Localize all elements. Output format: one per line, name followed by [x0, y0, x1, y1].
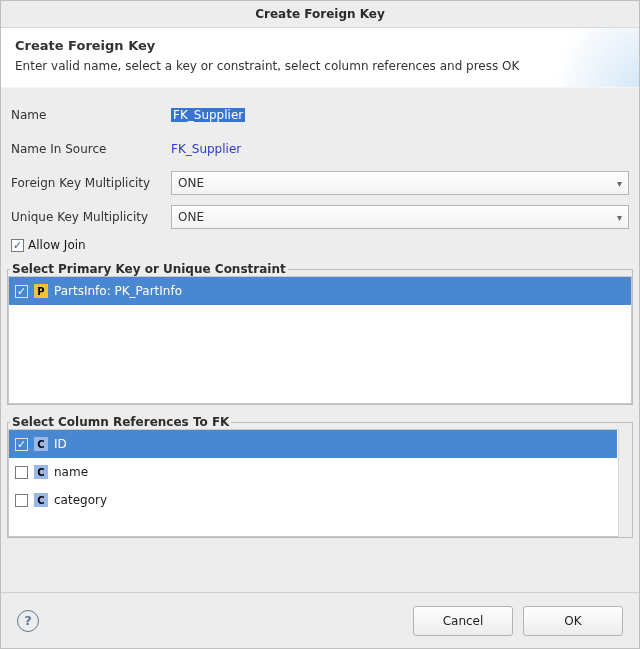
list-item-checkbox[interactable]: [15, 438, 28, 451]
column-refs-legend: Select Column References To FK: [10, 415, 231, 429]
column-refs-list[interactable]: CIDCnameCcategory: [8, 429, 632, 537]
uk-multiplicity-label: Unique Key Multiplicity: [11, 210, 171, 224]
pk-constraint-legend: Select Primary Key or Unique Constraint: [10, 262, 288, 276]
list-item[interactable]: CID: [9, 430, 617, 458]
form-area: Name FK_Supplier Name In Source FK_Suppl…: [1, 88, 639, 258]
chevron-down-icon: ▾: [617, 178, 622, 189]
uk-multiplicity-select[interactable]: ONE ▾: [171, 205, 629, 229]
pk-icon: P: [34, 284, 48, 298]
name-input[interactable]: FK_Supplier: [171, 108, 629, 122]
list-item-label: category: [54, 493, 107, 507]
name-in-source-input[interactable]: FK_Supplier: [171, 142, 629, 156]
allow-join-checkbox[interactable]: [11, 239, 24, 252]
header-description: Enter valid name, select a key or constr…: [15, 59, 625, 73]
allow-join-label: Allow Join: [28, 238, 86, 252]
pk-constraint-list[interactable]: PPartsInfo: PK_PartInfo: [8, 276, 632, 404]
list-item-label: name: [54, 465, 88, 479]
scrollbar[interactable]: [618, 429, 632, 537]
list-item[interactable]: Cname: [9, 458, 617, 486]
fk-multiplicity-label: Foreign Key Multiplicity: [11, 176, 171, 190]
column-icon: C: [34, 437, 48, 451]
name-in-source-label: Name In Source: [11, 142, 171, 156]
chevron-down-icon: ▾: [617, 212, 622, 223]
list-item-checkbox[interactable]: [15, 285, 28, 298]
fk-multiplicity-select[interactable]: ONE ▾: [171, 171, 629, 195]
dialog-header: Create Foreign Key Enter valid name, sel…: [1, 27, 639, 88]
header-title: Create Foreign Key: [15, 38, 625, 53]
list-item-label: ID: [54, 437, 67, 451]
help-icon: ?: [24, 613, 32, 628]
list-item[interactable]: Ccategory: [9, 486, 617, 514]
button-bar: ? Cancel OK: [1, 592, 639, 648]
ok-button[interactable]: OK: [523, 606, 623, 636]
pk-constraint-group: Select Primary Key or Unique Constraint …: [7, 262, 633, 405]
list-item-label: PartsInfo: PK_PartInfo: [54, 284, 182, 298]
list-item-checkbox[interactable]: [15, 494, 28, 507]
list-item[interactable]: PPartsInfo: PK_PartInfo: [9, 277, 631, 305]
list-item-checkbox[interactable]: [15, 466, 28, 479]
cancel-button[interactable]: Cancel: [413, 606, 513, 636]
column-icon: C: [34, 493, 48, 507]
name-label: Name: [11, 108, 171, 122]
help-button[interactable]: ?: [17, 610, 39, 632]
window-title: Create Foreign Key: [1, 1, 639, 27]
column-refs-group: Select Column References To FK CIDCnameC…: [7, 415, 633, 538]
column-icon: C: [34, 465, 48, 479]
